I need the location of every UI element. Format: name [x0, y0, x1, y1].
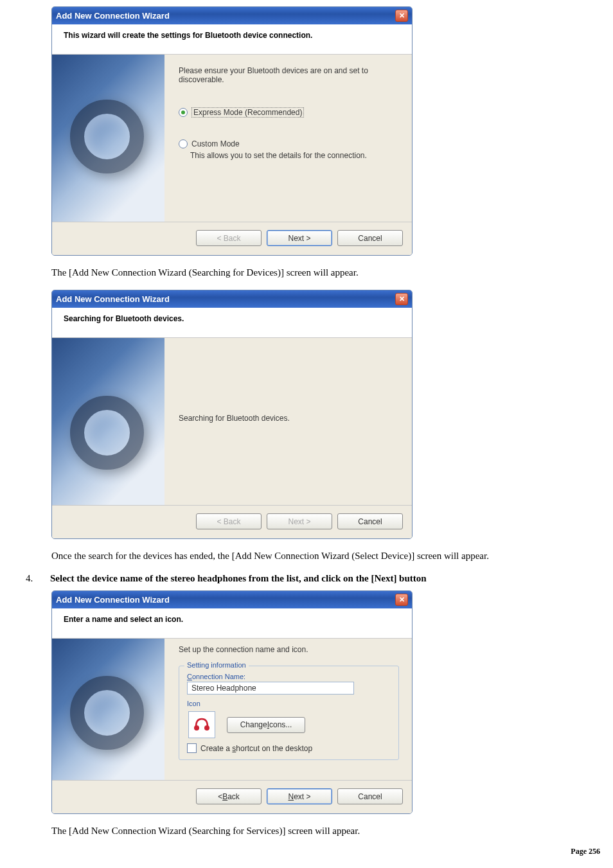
wizard-1: Add New Connection Wizard ✕ This wizard …: [51, 6, 413, 256]
caption-1: The [Add New Connection Wizard (Searchin…: [51, 267, 600, 278]
custom-desc: This allows you to set the details for t…: [190, 151, 399, 160]
wizard-body: Please ensure your Bluetooth devices are…: [52, 55, 412, 222]
wizard-body: Searching for Bluetooth devices.: [52, 338, 412, 505]
next-button[interactable]: Next >: [267, 513, 332, 529]
wizard-footer: < Back Next > Cancel: [52, 505, 412, 538]
page-number: Page 256: [571, 847, 600, 856]
wizard-footer: < Back Next > Cancel: [52, 780, 412, 813]
searching-status: Searching for Bluetooth devices.: [179, 414, 290, 423]
back-button[interactable]: < Back: [196, 788, 262, 804]
back-button[interactable]: < Back: [196, 513, 262, 529]
next-button[interactable]: Next >: [267, 788, 332, 804]
create-shortcut-checkbox-row[interactable]: Create a shortcut on the desktop: [187, 743, 391, 753]
svg-point-0: [194, 725, 199, 731]
radio-icon: [179, 108, 188, 117]
close-icon[interactable]: ✕: [395, 10, 408, 22]
wizard-2: Add New Connection Wizard ✕ Searching fo…: [51, 290, 413, 539]
wizard-side-image: [52, 639, 164, 780]
titlebar: Add New Connection Wizard ✕: [52, 591, 412, 608]
wizard-footer: < Back Next > Cancel: [52, 222, 412, 255]
cancel-button[interactable]: Cancel: [337, 788, 403, 804]
icon-label: Icon: [187, 700, 391, 707]
step-number: 4.: [26, 573, 39, 584]
radio-label: Express Mode (Recommended): [191, 107, 304, 118]
step-instruction: Select the device name of the stereo hea…: [50, 573, 427, 584]
titlebar: Add New Connection Wizard ✕: [52, 290, 412, 308]
next-button[interactable]: Next >: [267, 230, 332, 246]
wizard-content: Please ensure your Bluetooth devices are…: [164, 55, 412, 222]
wizard-side-image: [52, 338, 164, 505]
step-4: 4. Select the device name of the stereo …: [26, 573, 600, 584]
instruction-text: Please ensure your Bluetooth devices are…: [179, 66, 399, 84]
connection-name-label: Connection Name:: [187, 673, 391, 680]
headset-icon: [188, 711, 215, 738]
fieldset-legend: Setting information: [184, 661, 249, 669]
titlebar: Add New Connection Wizard ✕: [52, 7, 412, 24]
close-icon[interactable]: ✕: [395, 594, 408, 606]
wizard-content: Searching for Bluetooth devices.: [164, 338, 412, 505]
wizard-3: Add New Connection Wizard ✕ Enter a name…: [51, 590, 413, 814]
wizard-side-image: [52, 55, 164, 222]
window-title: Add New Connection Wizard: [56, 11, 170, 21]
radio-custom[interactable]: Custom Mode: [179, 139, 399, 148]
checkbox-icon: [187, 743, 197, 753]
instruction-text: Set up the connection name and icon.: [179, 645, 399, 654]
radio-label: Custom Mode: [191, 139, 240, 148]
window-title: Add New Connection Wizard: [56, 294, 170, 304]
cancel-button[interactable]: Cancel: [337, 230, 403, 246]
wizard-header: This wizard will create the settings for…: [52, 24, 412, 55]
cancel-button[interactable]: Cancel: [337, 513, 403, 529]
setting-information-group: Setting information Connection Name: Ico…: [179, 666, 399, 760]
wizard-content: Set up the connection name and icon. Set…: [164, 639, 412, 780]
svg-point-1: [204, 725, 209, 731]
window-title: Add New Connection Wizard: [56, 595, 170, 605]
wizard-header: Enter a name and select an icon.: [52, 608, 412, 639]
caption-2: Once the search for the devices has ende…: [51, 551, 600, 562]
radio-icon: [179, 139, 188, 148]
close-icon[interactable]: ✕: [395, 293, 408, 305]
change-icons-button[interactable]: Change Icons...: [227, 717, 305, 733]
caption-3: The [Add New Connection Wizard (Searchin…: [51, 826, 600, 837]
connection-name-input[interactable]: [187, 682, 354, 695]
wizard-body: Set up the connection name and icon. Set…: [52, 639, 412, 780]
radio-express[interactable]: Express Mode (Recommended): [179, 107, 399, 118]
wizard-header: Searching for Bluetooth devices.: [52, 308, 412, 338]
back-button[interactable]: < Back: [196, 230, 262, 246]
checkbox-label: Create a shortcut on the desktop: [200, 744, 312, 753]
icon-row: Change Icons...: [188, 711, 391, 738]
